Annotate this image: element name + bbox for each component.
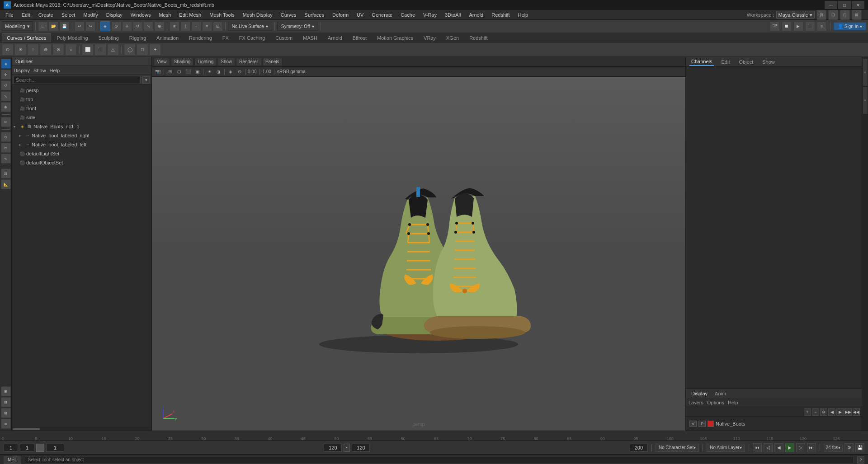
menu-curves[interactable]: Curves — [277, 11, 300, 19]
shelf-icon-4[interactable]: ⊕ — [40, 44, 52, 56]
shelf-icon-9[interactable]: △ — [107, 44, 119, 56]
grid-btn-1[interactable]: ⊞ — [1, 386, 11, 396]
cb-tab-edit[interactable]: Edit — [719, 58, 731, 66]
shelf-icon-10[interactable]: ◯ — [124, 44, 136, 56]
viewport-menu-panels[interactable]: Panels — [262, 58, 283, 66]
outliner-item-persp[interactable]: 🎥 persp — [12, 86, 151, 95]
viewport-canvas[interactable]: persp x y z — [152, 77, 685, 431]
shelf-tab-xgen[interactable]: XGen — [441, 33, 464, 42]
snap-point-button[interactable]: · — [191, 21, 201, 31]
outliner-item-native-boots-group[interactable]: ▾ ◈ ⊞ Native_Boots_nc1_1 — [12, 122, 151, 131]
menu-cache[interactable]: Cache — [397, 11, 419, 19]
menu-windows[interactable]: Windows — [127, 11, 155, 19]
menu-file[interactable]: File — [2, 11, 17, 19]
outliner-item-default-light-set[interactable]: ⚫ defaultLightSet — [12, 149, 151, 158]
menu-uv[interactable]: UV — [353, 11, 367, 19]
outliner-item-default-object-set[interactable]: ⚫ defaultObjectSet — [12, 158, 151, 167]
move-tool-button[interactable]: ✛ — [122, 21, 132, 31]
vp-xray-btn[interactable]: ◈ — [226, 68, 235, 76]
scroll-thumb-h[interactable] — [13, 428, 40, 430]
help-line-btn[interactable]: ? — [857, 456, 864, 464]
layer-add-btn[interactable]: + — [804, 408, 811, 416]
undo-button[interactable]: ↩ — [75, 21, 85, 31]
menu-edit-mesh[interactable]: Edit Mesh — [175, 11, 205, 19]
lasso-tool-button[interactable]: ⊙ — [111, 21, 121, 31]
shelf-tab-redshift[interactable]: Redshift — [464, 33, 492, 42]
viewport-menu-view[interactable]: View — [154, 58, 170, 66]
vp-smooth-btn[interactable]: ⬛ — [184, 68, 192, 76]
menu-display[interactable]: Display — [103, 11, 126, 19]
vp-tex-btn[interactable]: ▣ — [193, 68, 201, 76]
layer-color-swatch[interactable] — [708, 421, 714, 427]
menu-modify[interactable]: Modify — [80, 11, 101, 19]
menu-deform[interactable]: Deform — [329, 11, 352, 19]
menu-surfaces[interactable]: Surfaces — [301, 11, 328, 19]
viewport-menu-shading[interactable]: Shading — [171, 58, 194, 66]
cb-tab-channels[interactable]: Channels — [689, 58, 714, 66]
layer-prev-btn[interactable]: ◀ — [828, 408, 835, 416]
save-scene-button[interactable]: 💾 — [60, 21, 70, 31]
scale-tool-button[interactable]: ⤡ — [144, 21, 154, 31]
rotate-tool-button[interactable]: ↺ — [133, 21, 143, 31]
edge-btn-1[interactable]: ≡ — [863, 59, 868, 86]
range-end-input[interactable] — [352, 444, 370, 452]
outliner-scrollbar-h[interactable] — [12, 427, 151, 431]
search-options-btn[interactable]: ▾ — [142, 76, 150, 84]
menu-edit[interactable]: Edit — [18, 11, 34, 19]
anim-prefs-btn[interactable]: ⚙ — [844, 443, 854, 452]
outliner-item-boot-right[interactable]: ▸ → Native_boot_labeled_right — [12, 131, 151, 140]
workspace-btn-1[interactable]: ⊞ — [816, 10, 826, 20]
range-start-input[interactable] — [324, 444, 342, 452]
shelf-tab-vray[interactable]: VRay — [419, 33, 441, 42]
menu-vray[interactable]: V-Ray — [420, 11, 440, 19]
layer-start-btn[interactable]: ◀◀ — [853, 408, 860, 416]
step-back-btn[interactable]: ◁ — [764, 443, 773, 452]
sign-in-button[interactable]: 👤 Sign In ▾ — [834, 22, 866, 30]
universal-tool-button[interactable]: ⊕ — [155, 21, 165, 31]
outliner-item-front[interactable]: 🎥 front — [12, 104, 151, 113]
outliner-help-menu[interactable]: Help — [50, 68, 60, 73]
marquee-left[interactable]: ▭ — [1, 143, 11, 153]
shelf-icon-6[interactable]: ○ — [65, 44, 77, 56]
universal-tool-left[interactable]: ⊕ — [1, 102, 11, 112]
layer-options-btn[interactable]: ⚙ — [820, 408, 827, 416]
snap-btn[interactable]: ⊡ — [1, 169, 11, 178]
sculpt-left[interactable]: ∿ — [1, 154, 11, 164]
layer-delete-btn[interactable]: − — [812, 408, 819, 416]
layer-playback-btn[interactable]: P — [698, 421, 706, 427]
menu-create[interactable]: Create — [35, 11, 57, 19]
minimize-button[interactable]: ─ — [825, 1, 837, 9]
move-tool-left[interactable]: ✛ — [1, 70, 11, 80]
shelf-icon-7[interactable]: ⬜ — [82, 44, 94, 56]
display-tab-anim[interactable]: Anim — [712, 390, 729, 397]
display-sub-layers[interactable]: Layers — [689, 400, 703, 405]
viewport-menu-lighting[interactable]: Lighting — [194, 58, 217, 66]
redo-button[interactable]: ↪ — [85, 21, 95, 31]
vp-light-btn[interactable]: ☀ — [205, 68, 213, 76]
no-character-dropdown[interactable]: No Character Set ▾ — [656, 444, 699, 452]
select-tool-button[interactable]: ◈ — [100, 21, 110, 31]
shelf-icon-1[interactable]: ⊙ — [2, 44, 14, 56]
step-forward-btn[interactable]: ▷ — [796, 443, 805, 452]
shelf-tab-rendering[interactable]: Rendering — [184, 33, 217, 42]
current-frame-input[interactable] — [4, 444, 18, 452]
vp-shadow-btn[interactable]: ◑ — [214, 68, 222, 76]
viewport-menu-show[interactable]: Show — [217, 58, 235, 66]
shelf-icon-12[interactable]: ✦ — [149, 44, 161, 56]
workspace-btn-4[interactable]: ⊠ — [852, 10, 862, 20]
workspace-dropdown[interactable]: Maya Classic ▾ — [776, 11, 815, 19]
display-tab-display[interactable]: Display — [689, 390, 710, 397]
viewport-menu-renderer[interactable]: Renderer — [236, 58, 261, 66]
fps-dropdown[interactable]: 24 fps ▾ — [824, 444, 843, 452]
range-indicator[interactable]: ▪ — [344, 444, 350, 452]
shelf-icon-2[interactable]: ☀ — [14, 44, 26, 56]
rotate-tool-left[interactable]: ↺ — [1, 80, 11, 90]
edge-btn-2[interactable]: ≡ — [863, 87, 868, 114]
menu-mesh-display[interactable]: Mesh Display — [239, 11, 276, 19]
frame-input-2[interactable] — [20, 444, 34, 452]
scale-tool-left[interactable]: ⤡ — [1, 91, 11, 101]
maximize-button[interactable]: □ — [838, 1, 851, 9]
menu-3dtoall[interactable]: 3DtoAll — [441, 11, 464, 19]
outliner-search-input[interactable] — [14, 76, 141, 84]
open-scene-button[interactable]: 📂 — [49, 21, 59, 31]
